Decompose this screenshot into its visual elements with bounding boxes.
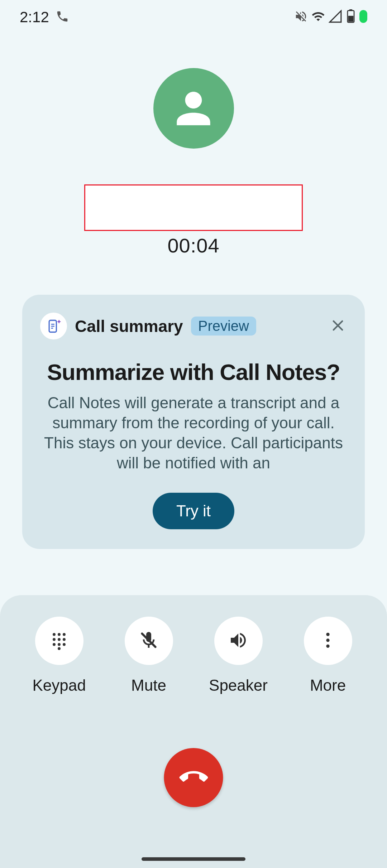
status-right: [294, 9, 367, 25]
svg-point-21: [326, 645, 329, 648]
phone-icon: [56, 10, 69, 25]
svg-point-13: [63, 638, 66, 641]
keypad-label: Keypad: [32, 676, 86, 694]
mute-button[interactable]: Mute: [109, 617, 188, 694]
svg-point-9: [58, 633, 61, 636]
svg-point-17: [58, 647, 61, 650]
svg-point-20: [326, 638, 329, 642]
svg-point-8: [53, 633, 56, 636]
battery-dot-icon: [359, 9, 367, 25]
notes-icon: [40, 313, 67, 339]
card-heading: Summarize with Call Notes?: [40, 359, 347, 385]
mute-volume-icon: [294, 10, 308, 25]
mute-icon: [139, 630, 159, 651]
mute-label: Mute: [131, 676, 166, 694]
status-bar: 2:12: [0, 0, 387, 34]
more-label: More: [310, 676, 346, 694]
close-icon: [330, 318, 345, 334]
avatar: [153, 68, 234, 149]
avatar-section: [0, 68, 387, 149]
svg-point-12: [58, 638, 61, 641]
end-call-button[interactable]: [164, 748, 223, 807]
more-button[interactable]: More: [288, 617, 367, 694]
call-duration: 00:04: [0, 234, 387, 257]
contact-name: [84, 184, 303, 231]
svg-point-15: [58, 643, 61, 646]
speaker-label: Speaker: [209, 676, 268, 694]
svg-rect-3: [359, 10, 367, 23]
close-button[interactable]: [329, 317, 347, 335]
controls-row: Keypad Mute Speaker: [14, 617, 373, 694]
card-header: Call summary Preview: [40, 313, 347, 339]
preview-badge: Preview: [191, 317, 256, 336]
svg-point-16: [63, 643, 66, 646]
controls-panel: Keypad Mute Speaker: [0, 595, 387, 868]
battery-icon: [346, 9, 356, 25]
speaker-button[interactable]: Speaker: [199, 617, 278, 694]
speaker-icon: [228, 630, 248, 651]
svg-rect-2: [348, 16, 354, 21]
nav-handle[interactable]: [142, 857, 245, 861]
keypad-button[interactable]: Keypad: [20, 617, 99, 694]
card-body: Call Notes will generate a transcript an…: [40, 393, 347, 473]
clock: 2:12: [20, 9, 49, 26]
svg-point-19: [326, 633, 329, 636]
svg-rect-1: [349, 9, 352, 11]
hangup-icon: [179, 763, 208, 792]
signal-icon: [329, 10, 342, 25]
wifi-icon: [311, 10, 325, 25]
more-icon: [318, 630, 338, 651]
card-title: Call summary: [75, 317, 183, 336]
status-left: 2:12: [20, 9, 69, 26]
call-summary-card: Call summary Preview Summarize with Call…: [22, 295, 365, 549]
svg-point-14: [53, 643, 56, 646]
svg-point-10: [63, 633, 66, 636]
svg-point-11: [53, 638, 56, 641]
try-it-button[interactable]: Try it: [153, 493, 234, 529]
keypad-icon: [49, 630, 69, 651]
